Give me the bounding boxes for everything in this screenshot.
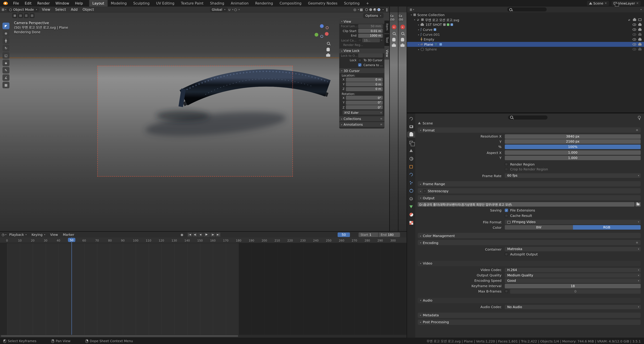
max-b-frames-field[interactable]: 0 (510, 289, 641, 294)
npanel-collections-header[interactable]: ▸Collections≡ (339, 116, 384, 121)
annotations-menu-icon[interactable]: ≡ (380, 123, 382, 126)
outliner-row-curve[interactable]: ▸ ʃ Curve (407, 27, 644, 32)
tool-move[interactable]: ╋ (2, 38, 10, 44)
outliner-editor-icon[interactable]: ≣▾ (410, 8, 414, 11)
previous-keyframe-button[interactable]: ◀| (193, 232, 198, 237)
render-visibility-icon[interactable] (638, 34, 642, 36)
outliner-row-empty[interactable]: ╋ Empty (407, 37, 644, 42)
outliner-row-1st-shot[interactable]: ▸ 1ST SHOT (407, 22, 644, 27)
hide-icon[interactable] (632, 48, 636, 51)
view-layer-unlink-icon[interactable]: × (636, 2, 639, 5)
strip-2-gizmo-icon[interactable]: × (400, 25, 405, 29)
tab-view-layer-properties[interactable] (407, 140, 415, 146)
tab-constraint-properties[interactable] (407, 196, 415, 202)
expand-icon[interactable]: ▾ (410, 14, 413, 16)
file-format-dropdown[interactable]: FFmpeg Video▾ (505, 220, 641, 224)
render-visibility-icon[interactable] (633, 18, 636, 21)
container-dropdown[interactable]: Matroska▾ (505, 247, 641, 252)
hide-icon[interactable] (632, 24, 636, 26)
strip-1-camera-icon[interactable] (392, 44, 396, 47)
outliner-row-plane[interactable]: ▸ ▱ Plane ▽ (407, 42, 644, 47)
workspace-tab-texture-paint[interactable]: Texture Paint (178, 0, 207, 6)
outliner-row-sphere[interactable]: ▸ ◯ Sphere (407, 47, 644, 52)
cursor-rot-y-field[interactable]: 0° (346, 100, 383, 104)
aspect-y-field[interactable]: 1.000 (505, 156, 641, 160)
menu-render[interactable]: Render (34, 0, 52, 6)
clip-end-field[interactable]: 1000 m (358, 34, 383, 38)
outliner-row-curve-001[interactable]: ▸ ʃ Curve.001 (407, 32, 644, 37)
current-frame-field[interactable]: 50 (338, 232, 350, 237)
frame-start-field[interactable]: Start1 (358, 232, 378, 237)
crop-render-region-checkbox[interactable] (505, 168, 508, 171)
collection-exclude-checkbox[interactable]: ✓ (628, 18, 631, 21)
render-visibility-icon[interactable] (638, 48, 642, 50)
keyframe-interval-field[interactable]: 18 (505, 284, 641, 288)
shading-caret[interactable]: ▾ (382, 8, 384, 10)
collection-checkbox[interactable]: ✓ (416, 18, 420, 22)
visibility-caret[interactable]: ▾ (358, 8, 359, 10)
workspace-tab-shading[interactable]: Shading (207, 0, 228, 6)
auto-keying-button[interactable]: ◉ (180, 232, 184, 237)
frame-end-field[interactable]: End180 (379, 232, 400, 237)
local-camera-field[interactable]: 1S... (362, 38, 380, 42)
transform-orientation[interactable]: Global ▾ (210, 7, 227, 12)
npanel-view-header[interactable]: ▾View (339, 19, 384, 24)
tab-render-properties[interactable] (407, 124, 415, 130)
strip-2-zoom-icon[interactable] (401, 32, 404, 35)
proportional-edit-icon[interactable]: ○ (234, 8, 237, 11)
workspace-tab-compositing[interactable]: Compositing (276, 0, 305, 6)
tab-material-properties[interactable] (407, 212, 415, 218)
strip-1-pan-icon[interactable] (392, 38, 396, 42)
outliner-row-scene-collection[interactable]: ▾ ▦ Scene Collection (407, 12, 644, 17)
file-extensions-checkbox[interactable]: ✓ (505, 209, 508, 212)
tab-world-properties[interactable] (407, 156, 415, 162)
browse-folder-button[interactable] (636, 202, 641, 207)
workspace-tab-add[interactable]: + (363, 0, 372, 6)
timeline-view-menu[interactable]: View (48, 233, 60, 236)
snap-options-caret[interactable]: ▾ (232, 8, 233, 10)
frame-rate-dropdown[interactable]: 60 fps▾ (505, 174, 641, 178)
tab-texture-properties[interactable] (407, 220, 415, 226)
timeline-scrollbar[interactable] (1, 335, 238, 337)
strip-1-zoom-icon[interactable] (392, 32, 395, 35)
gizmo-z-axis[interactable] (320, 24, 324, 28)
cursor-rot-x-field[interactable]: 0° (346, 96, 383, 100)
render-visibility-icon[interactable] (638, 38, 642, 40)
hide-icon[interactable] (632, 43, 636, 46)
navigation-gizmo[interactable] (314, 24, 330, 40)
shading-material-icon[interactable] (374, 8, 376, 11)
tab-modifier-properties[interactable] (407, 172, 415, 178)
viewport-menu-view[interactable]: View (40, 8, 52, 12)
tool-annotate[interactable]: ✎ (2, 67, 10, 74)
resolution-x-field[interactable]: 3840 px (505, 134, 641, 139)
pin-icon[interactable] (638, 116, 641, 119)
playback-menu[interactable]: Playback▾ (7, 233, 29, 236)
viewport-menu-object[interactable]: Object (80, 8, 96, 12)
marker-menu[interactable]: Marker (61, 233, 76, 236)
workspace-tab-sculpting[interactable]: Sculpting (130, 0, 153, 6)
tool-scale[interactable]: ◱ (2, 52, 10, 59)
render-visibility-icon[interactable] (638, 24, 642, 26)
proportional-caret[interactable]: ▾ (239, 8, 240, 10)
render-region-checkbox[interactable] (505, 162, 508, 166)
color-rgb-button[interactable]: RGB (573, 225, 641, 230)
viewport-menu-select[interactable]: Select (53, 8, 68, 12)
tool-rotate[interactable]: ↻ (2, 45, 10, 51)
timeline-editor-icon[interactable]: ◷▾ (2, 233, 6, 236)
play-reverse-button[interactable]: ◀ (198, 232, 203, 237)
menu-window[interactable]: Window (52, 0, 72, 6)
menu-help[interactable]: Help (72, 0, 86, 6)
workspace-tab-animation[interactable]: Animation (228, 0, 252, 6)
tab-particle-properties[interactable] (407, 180, 415, 186)
shading-rendered-icon[interactable] (378, 8, 380, 11)
npanel-view-lock-header[interactable]: ▾View Lock (339, 48, 384, 53)
collapsed-viewport-strip-1[interactable]: Ca(50 × (390, 6, 398, 231)
tab-tool-properties[interactable] (407, 116, 415, 122)
strip-2-camera-icon[interactable] (400, 44, 404, 47)
format-presets-icon[interactable]: ≡ (636, 128, 638, 132)
strip-2-pan-icon[interactable] (401, 38, 404, 42)
focal-length-field[interactable]: 50 mm (358, 24, 383, 28)
local-camera-checkbox[interactable] (358, 39, 362, 42)
jump-to-start-button[interactable]: |◀ (187, 232, 192, 237)
shading-wireframe-icon[interactable] (365, 8, 368, 11)
